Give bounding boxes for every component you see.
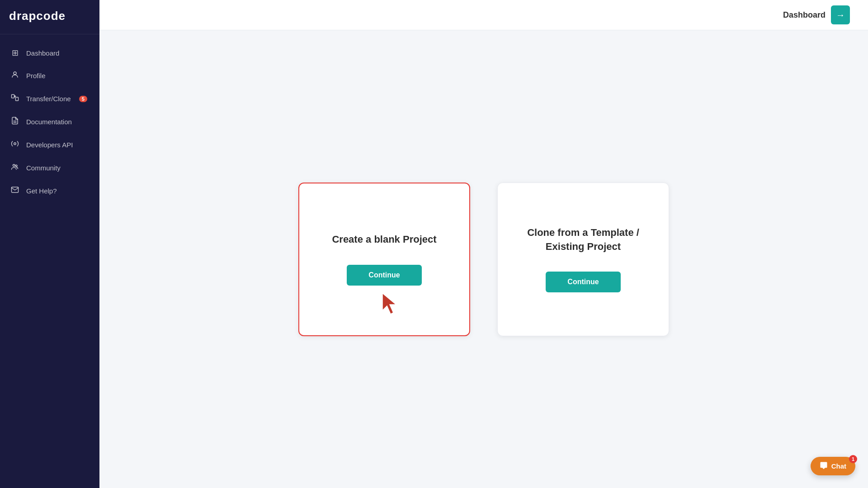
clone-template-title: Clone from a Template / Existing Project xyxy=(511,226,655,254)
sidebar-item-dashboard[interactable]: ⊞ Dashboard xyxy=(0,42,99,64)
svg-marker-9 xyxy=(382,293,396,314)
logo-area: drapcode xyxy=(0,0,99,34)
chat-icon xyxy=(820,461,828,471)
dashboard-icon: ⊞ xyxy=(10,48,20,58)
documentation-icon xyxy=(10,117,20,127)
blank-project-card[interactable]: Create a blank Project Continue xyxy=(298,183,470,336)
cursor-arrow xyxy=(380,291,402,316)
arrow-right-icon: → xyxy=(836,10,845,20)
chat-label: Chat xyxy=(831,462,846,470)
svg-point-7 xyxy=(15,165,17,167)
cards-container: Create a blank Project Continue Clone fr… xyxy=(99,30,868,488)
sidebar-item-documentation[interactable]: Documentation xyxy=(0,110,99,133)
sidebar-item-transfer-clone[interactable]: Transfer/Clone 5 xyxy=(0,87,99,110)
header: Dashboard → xyxy=(99,0,868,30)
sidebar-item-label: Dashboard xyxy=(26,49,59,57)
blank-project-continue-button[interactable]: Continue xyxy=(347,265,421,286)
sidebar-item-label: Developers API xyxy=(26,141,73,149)
sidebar-item-get-help[interactable]: Get Help? xyxy=(0,179,99,202)
blank-project-title: Create a blank Project xyxy=(332,233,436,247)
sidebar-item-developers-api[interactable]: Developers API xyxy=(0,133,99,156)
page-title: Dashboard xyxy=(783,10,826,20)
sidebar-item-community[interactable]: Community xyxy=(0,156,99,179)
nav-items: ⊞ Dashboard Profile Transfer/Clone 5 Doc… xyxy=(0,34,99,488)
sidebar-item-label: Get Help? xyxy=(26,187,57,195)
developers-icon xyxy=(10,140,20,150)
breadcrumb: Dashboard → xyxy=(783,5,850,24)
transfer-badge: 5 xyxy=(79,96,87,102)
clone-template-continue-button[interactable]: Continue xyxy=(546,272,620,292)
sidebar-item-label: Profile xyxy=(26,72,46,80)
main-content: Dashboard → Create a blank Project Conti… xyxy=(99,0,868,488)
header-action-button[interactable]: → xyxy=(831,5,850,24)
sidebar: drapcode ⊞ Dashboard Profile Transfer/Cl… xyxy=(0,0,99,488)
sidebar-item-label: Documentation xyxy=(26,118,72,126)
svg-point-6 xyxy=(13,164,15,167)
svg-point-5 xyxy=(14,143,16,145)
sidebar-item-label: Community xyxy=(26,164,61,172)
sidebar-item-profile[interactable]: Profile xyxy=(0,64,99,87)
svg-point-0 xyxy=(14,72,16,75)
get-help-icon xyxy=(10,186,20,196)
community-icon xyxy=(10,163,20,173)
transfer-icon xyxy=(10,94,20,104)
chat-widget[interactable]: Chat 1 xyxy=(811,457,855,475)
svg-rect-1 xyxy=(12,94,14,98)
logo: drapcode xyxy=(9,9,90,23)
clone-template-card[interactable]: Clone from a Template / Existing Project… xyxy=(497,183,669,336)
chat-notification-badge: 1 xyxy=(849,455,857,463)
sidebar-item-label: Transfer/Clone xyxy=(26,95,71,103)
svg-rect-2 xyxy=(16,97,19,101)
profile-icon xyxy=(10,70,20,81)
